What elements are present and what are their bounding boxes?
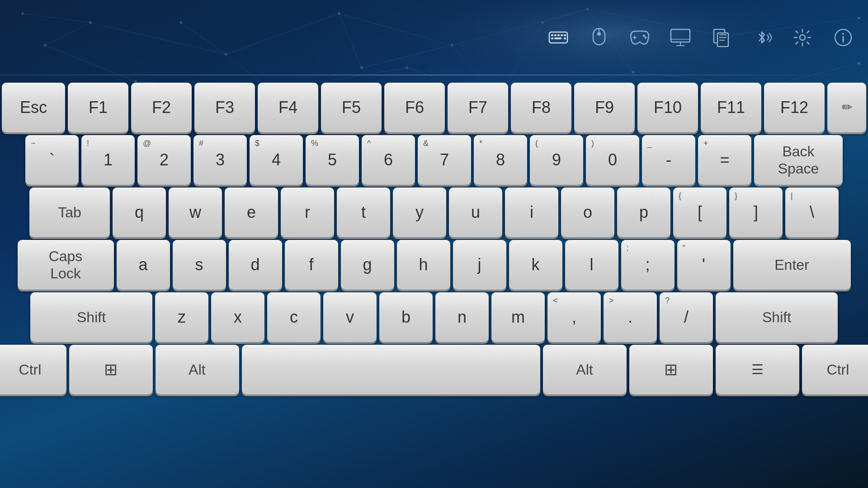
key-period[interactable]: >. (604, 292, 657, 342)
key-5[interactable]: %5 (306, 135, 359, 185)
info-nav-icon[interactable] (832, 26, 854, 49)
key-period-label: . (628, 309, 632, 325)
key-f7[interactable]: F7 (448, 83, 508, 132)
key-p[interactable]: p (617, 188, 670, 237)
files-nav-icon[interactable] (710, 26, 732, 49)
keyboard-nav-icon[interactable] (547, 26, 570, 49)
key-lbracket[interactable]: {[ (673, 188, 726, 237)
key-f9[interactable]: F9 (574, 83, 635, 132)
key-u[interactable]: u (449, 188, 502, 237)
key-t[interactable]: t (337, 188, 390, 237)
key-8[interactable]: *8 (474, 135, 527, 185)
key-7[interactable]: &7 (418, 135, 471, 185)
monitor-nav-icon[interactable] (669, 26, 692, 49)
key-f8-label: F8 (532, 99, 551, 116)
bluetooth-nav-icon[interactable] (750, 26, 773, 49)
key-esc[interactable]: Esc (2, 83, 65, 132)
key-shift-l[interactable]: Shift (30, 292, 152, 342)
key-2[interactable]: @2 (137, 135, 191, 185)
key-6[interactable]: ^6 (362, 135, 415, 185)
key-e[interactable]: e (225, 188, 278, 237)
key-c[interactable]: c (267, 292, 321, 342)
key-4[interactable]: $4 (250, 135, 303, 185)
key-enter-label: Enter (774, 256, 809, 273)
key-f2[interactable]: F2 (131, 83, 192, 132)
key-slash[interactable]: ?/ (660, 292, 713, 342)
key-i[interactable]: i (505, 188, 558, 237)
key-rbracket[interactable]: }] (729, 188, 783, 237)
key-quote[interactable]: "' (677, 240, 731, 290)
svg-point-72 (842, 33, 844, 35)
key-0[interactable]: )0 (586, 135, 639, 185)
key-3[interactable]: #3 (193, 135, 247, 185)
key-m-label: m (511, 309, 525, 325)
key-z[interactable]: z (155, 292, 208, 342)
key-4-label: 4 (272, 152, 281, 168)
key-f5[interactable]: F5 (321, 83, 382, 132)
key-s[interactable]: s (173, 240, 226, 290)
key-backtick[interactable]: ~` (25, 135, 79, 185)
key-r[interactable]: r (281, 188, 334, 237)
key-9[interactable]: (9 (530, 135, 583, 185)
key-alt-l[interactable]: Alt (156, 345, 239, 394)
key-win-l[interactable]: ⊞ (69, 345, 153, 394)
key-alt-l-label: Alt (189, 361, 205, 378)
key-capslock[interactable]: Caps Lock (18, 240, 114, 290)
mouse-nav-icon[interactable] (588, 26, 610, 49)
key-b[interactable]: b (379, 292, 433, 342)
key-d[interactable]: d (229, 240, 282, 290)
key-v[interactable]: v (323, 292, 377, 342)
key-backslash[interactable]: |\ (785, 188, 839, 237)
key-g[interactable]: g (341, 240, 394, 290)
key-m[interactable]: m (491, 292, 545, 342)
key-3-shift-label: # (199, 139, 203, 148)
key-f1[interactable]: F1 (68, 83, 128, 132)
settings-nav-icon[interactable] (791, 26, 814, 49)
svg-point-55 (597, 32, 601, 36)
key-f3-label: F3 (215, 99, 234, 116)
key-ctrl-l[interactable]: Ctrl (0, 345, 66, 394)
key-k[interactable]: k (509, 240, 562, 290)
key-j[interactable]: j (453, 240, 506, 290)
key-h[interactable]: h (397, 240, 450, 290)
key-o[interactable]: o (561, 188, 614, 237)
key-row-zxcv-row: Shiftzxcvbnm<,>.?/Shift (4, 292, 864, 342)
key-comma[interactable]: <, (547, 292, 601, 342)
key-1[interactable]: !1 (81, 135, 135, 185)
key-enter[interactable]: Enter (733, 240, 851, 290)
key-space[interactable] (242, 345, 540, 394)
key-equals[interactable]: += (698, 135, 751, 185)
key-f4[interactable]: F4 (258, 83, 318, 132)
key-period-shift-label: > (609, 296, 614, 305)
key-y[interactable]: y (393, 188, 446, 237)
key-f[interactable]: f (285, 240, 338, 290)
key-shift-r[interactable]: Shift (716, 292, 838, 342)
key-comma-label: , (572, 309, 576, 325)
key-backspace[interactable]: Back Space (754, 135, 843, 185)
key-slash-label: / (684, 309, 689, 325)
key-w[interactable]: w (169, 188, 222, 237)
key-ctrl-r[interactable]: Ctrl (802, 345, 868, 394)
key-l[interactable]: l (565, 240, 618, 290)
key-f4-label: F4 (278, 99, 297, 116)
key-win-r[interactable]: ⊞ (629, 345, 713, 394)
key-q[interactable]: q (113, 188, 166, 237)
key-pencil[interactable]: ✏ (827, 83, 866, 132)
key-menu[interactable]: ☰ (716, 345, 799, 394)
key-minus[interactable]: _- (642, 135, 695, 185)
key-f12[interactable]: F12 (764, 83, 825, 132)
key-ctrl-r-label: Ctrl (827, 361, 849, 378)
key-a[interactable]: a (117, 240, 170, 290)
key-f6[interactable]: F6 (384, 83, 445, 132)
key-semicolon[interactable]: :; (621, 240, 675, 290)
separator (0, 75, 868, 75)
key-tab[interactable]: Tab (29, 188, 110, 237)
key-f10[interactable]: F10 (637, 83, 698, 132)
key-f8[interactable]: F8 (511, 83, 571, 132)
key-f3[interactable]: F3 (194, 83, 255, 132)
key-x[interactable]: x (211, 292, 264, 342)
key-f11[interactable]: F11 (701, 83, 761, 132)
key-alt-r[interactable]: Alt (543, 345, 627, 394)
key-n[interactable]: n (435, 292, 489, 342)
gamepad-nav-icon[interactable] (628, 26, 651, 49)
